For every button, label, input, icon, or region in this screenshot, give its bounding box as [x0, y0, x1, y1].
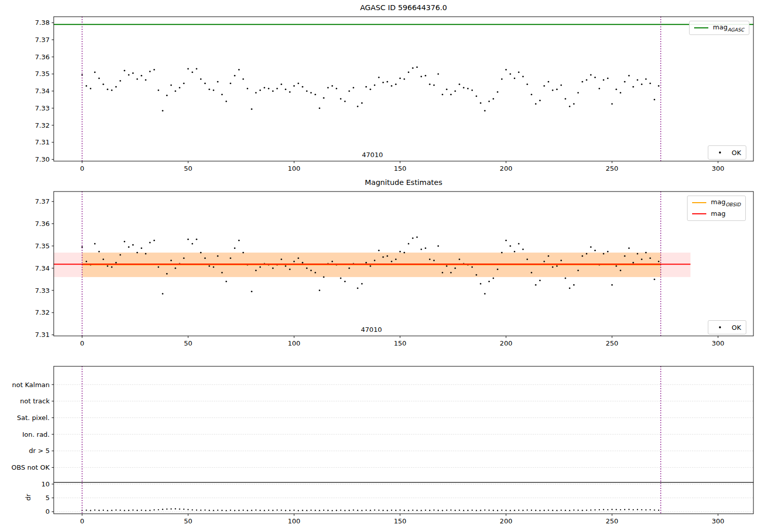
- data-point: [115, 86, 117, 88]
- data-point: [187, 68, 189, 69]
- data-point: [298, 510, 299, 511]
- x-tick-label: 200: [500, 517, 512, 525]
- data-point: [582, 81, 583, 83]
- data-point: [408, 510, 409, 511]
- data-point: [556, 510, 557, 511]
- y-tick-label: Sat. pixel.: [17, 414, 50, 422]
- data-point: [221, 94, 223, 95]
- data-point: [628, 247, 630, 249]
- data-point: [488, 281, 490, 282]
- data-point: [391, 510, 392, 511]
- figure-canvas: 0501001502002503007.307.317.327.337.347.…: [0, 0, 760, 532]
- data-point: [616, 265, 617, 267]
- data-point: [658, 85, 659, 87]
- data-point: [378, 510, 379, 511]
- data-point: [263, 87, 265, 88]
- data-point: [344, 100, 346, 102]
- data-point: [450, 94, 452, 95]
- data-point: [505, 69, 507, 70]
- data-point: [650, 257, 651, 259]
- data-point: [611, 103, 613, 105]
- data-point: [166, 95, 168, 96]
- data-point: [403, 79, 405, 80]
- data-point: [620, 92, 621, 94]
- y-tick-label: not track: [20, 397, 50, 405]
- data-point: [408, 243, 409, 245]
- data-point: [501, 79, 503, 80]
- data-point: [454, 510, 455, 511]
- data-point: [149, 510, 150, 511]
- data-point: [268, 88, 270, 89]
- data-point: [518, 510, 519, 511]
- data-point: [124, 510, 125, 511]
- data-point: [293, 85, 295, 87]
- y-tick-label: OBS not OK: [12, 464, 50, 471]
- data-point: [387, 255, 388, 257]
- data-point: [650, 83, 651, 84]
- top-plot-title: AGASC ID 596644376.0: [54, 4, 753, 12]
- data-point: [289, 269, 291, 270]
- data-point: [476, 95, 477, 97]
- x-tick-label: 0: [80, 517, 84, 525]
- data-point: [590, 246, 592, 248]
- x-tick-label: 0: [80, 339, 84, 347]
- charts-svg: 0501001502002503007.307.317.327.337.347.…: [0, 0, 760, 532]
- data-point: [349, 510, 350, 511]
- data-point: [442, 272, 443, 274]
- y-tick-label: 0: [46, 508, 50, 515]
- data-point: [641, 258, 642, 260]
- data-point: [281, 510, 282, 511]
- data-point: [488, 510, 489, 511]
- data-point: [628, 75, 630, 77]
- data-point: [217, 255, 218, 257]
- data-point: [654, 279, 655, 280]
- data-point: [183, 83, 184, 84]
- data-point: [429, 510, 430, 511]
- data-point: [412, 510, 413, 511]
- data-point: [243, 252, 244, 253]
- data-point: [399, 509, 400, 510]
- axes-frame: [54, 17, 753, 161]
- y-tick-label: 10: [41, 480, 50, 488]
- data-point: [544, 261, 545, 262]
- data-point: [552, 510, 553, 511]
- y-tick-label: not Kalman: [12, 381, 50, 389]
- x-tick-label: 250: [606, 339, 619, 347]
- data-point: [145, 510, 146, 511]
- x-tick-label: 200: [500, 339, 512, 347]
- data-point: [607, 78, 609, 79]
- obsid-annotation-middle: 47010: [361, 326, 382, 333]
- data-point: [213, 90, 214, 91]
- data-point: [230, 257, 231, 259]
- data-point: [353, 87, 354, 88]
- data-point: [578, 510, 579, 511]
- data-point: [204, 257, 206, 259]
- data-point: [569, 510, 570, 511]
- data-point: [132, 72, 134, 74]
- data-point: [149, 70, 150, 72]
- y-tick-label: 7.32: [35, 309, 50, 316]
- data-point: [344, 281, 346, 282]
- data-point: [365, 86, 367, 88]
- y-tick-label: 7.38: [35, 19, 50, 26]
- data-point: [357, 510, 358, 511]
- data-point: [387, 81, 388, 83]
- orange-line-sample-icon: [692, 202, 706, 203]
- data-point: [230, 83, 231, 84]
- data-point: [501, 510, 502, 511]
- data-point: [255, 509, 256, 510]
- data-point: [315, 510, 316, 511]
- data-point: [310, 270, 312, 271]
- data-point: [506, 510, 507, 511]
- data-point: [645, 252, 647, 253]
- legend-label: OK: [732, 324, 741, 331]
- data-point: [425, 510, 426, 511]
- y-tick-label: 7.37: [35, 36, 50, 44]
- data-point: [463, 87, 465, 88]
- data-point: [196, 239, 197, 240]
- x-tick-label: 100: [288, 165, 300, 172]
- data-point: [438, 510, 439, 511]
- data-point: [582, 510, 583, 511]
- data-point: [607, 509, 608, 510]
- data-point: [238, 240, 240, 241]
